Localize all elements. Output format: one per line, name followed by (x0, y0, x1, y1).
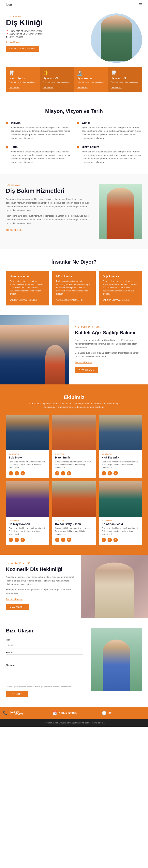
team-title: Ekibimiz (6, 394, 142, 400)
testimonials-section: İnsanlar Ne Diyor? violetta larsson Proi… (0, 249, 148, 315)
services-section: 🦷 GENEL DİŞÇİLİK Önleminiz daha 2 ila 4 … (0, 67, 148, 98)
contact-image (91, 628, 142, 691)
twitter-icon-1[interactable]: t (61, 471, 65, 475)
facebook-icon-0[interactable]: f (9, 471, 13, 475)
quality-content: DİŞ HEKİMLİĞİ KLİNİĞİ Kaliteli Ağız Sağl… (69, 315, 148, 384)
contact-name-input[interactable] (6, 642, 83, 648)
team-card-text-4: Goas amet litricl lorem eroteles erot am… (55, 527, 93, 536)
quality-label: DİŞ HEKİMLİĞİ KLİNİĞİ (75, 326, 142, 328)
service-link-3[interactable]: DAHA FAZLA (111, 87, 122, 89)
bottom-item-0[interactable]: 📞 CALL US (212) 123-4567 (0, 707, 49, 719)
bottom-item-title-2: SAİ (109, 712, 112, 714)
hero-phone: 📞 (212) 123-4567 (6, 36, 87, 38)
hero-tanisma: Tan nasıl Freeple (6, 41, 87, 43)
about-link[interactable]: Tan nasıl Freeple (6, 229, 23, 231)
testimonial-more-1[interactable]: YAKINDA OLMAYAN ÜRETİCİ (56, 299, 83, 301)
team-card-4: DOKTORU Doktor Betty Nilson Goas amet li… (52, 482, 95, 545)
twitter-icon-3[interactable]: t (14, 538, 19, 542)
service-link-2[interactable]: DAHA FAZLA (77, 87, 88, 89)
service-card-1: ✨ DİŞ TEMİZLİĞİ Önleminiz daha 2 ila 4 h… (40, 67, 74, 92)
team-subtitle: Eu urna at lorem placerat blandit nunc e… (25, 402, 123, 409)
hero-title: Diş Kliniği (6, 19, 87, 27)
testimonial-card-2: Ohja loremca Proin content amet consecte… (99, 271, 142, 306)
team-card-info-0: DOKTORU Bob Brown Goas amet litricl lore… (6, 451, 49, 478)
mission-item-1: Güneş Aydın content amet consectetur adi… (77, 121, 142, 140)
bottom-item-2[interactable]: 🕒 SAİ (99, 707, 148, 719)
instagram-icon-5[interactable]: in (114, 538, 118, 542)
twitter-icon-0[interactable]: t (14, 471, 19, 475)
service-sub-2: Önleminiz daha 2 ila 4 haftada açık (77, 81, 106, 84)
mission-dot-0 (6, 122, 8, 124)
service-link-0[interactable]: DAHA FAZLA (9, 87, 20, 89)
quality-cta-button[interactable]: BİZE ULAŞIN (75, 367, 98, 373)
bottom-item-1[interactable]: 📅 YOĞUN SÜRÜMÜ (49, 707, 99, 719)
mission-item-text-2: Aydın content amet consectetur adipiscin… (11, 150, 71, 164)
team-card-socials-0: f t in (9, 471, 47, 475)
service-card-3: 🦷 DİŞ TEMİZLİĞİ Önleminiz daha 2 ila 4 h… (108, 67, 142, 92)
mission-item-title-3: Bizim Lokum (82, 145, 142, 149)
navbar: logo ☰ (0, 0, 148, 9)
facebook-icon-1[interactable]: f (55, 471, 59, 475)
cosmetic-para-0: Nam libero ipsum et ulmet consectetur et… (6, 575, 75, 586)
cosmetic-link[interactable]: Tan nasıl Freeple (6, 598, 75, 600)
about-content: HAKKIMIZDA Diş Bakım Hizmetleri Egestas … (6, 184, 93, 231)
contact-message-textarea[interactable] (6, 667, 83, 683)
hero-image (91, 13, 142, 63)
testimonial-card-0: violetta larsson Proin content amet cons… (6, 271, 49, 306)
facebook-icon-2[interactable]: f (101, 471, 106, 475)
bottom-item-text-0: CALL US (212) 123-4567 (10, 711, 23, 715)
hero-address-2: 📍 346 W 110 ST, YENI YORK, NY 10022 (6, 33, 87, 35)
facebook-icon-3[interactable]: f (9, 538, 13, 542)
instagram-icon-2[interactable]: in (114, 471, 118, 475)
team-card-socials-2: f t in (101, 471, 139, 475)
cosmetic-title: Kozmetik Diş Hekimliği (6, 566, 75, 572)
contact-image-area (91, 628, 142, 698)
cosmetic-patient-figure (95, 562, 134, 618)
quality-title: Kaliteli Ağız Sağlığı Bakımı (75, 330, 142, 336)
cosmetic-image (81, 555, 148, 618)
twitter-icon-5[interactable]: t (108, 538, 112, 542)
testimonial-name-1: NICK Jhurnam (56, 275, 92, 278)
hamburger-icon[interactable]: ☰ (139, 2, 142, 7)
instagram-icon-4[interactable]: in (67, 538, 71, 542)
facebook-icon-4[interactable]: f (55, 538, 59, 542)
service-sub-1: Önleminiz daha 2 ila 4 haftada açık (43, 81, 71, 84)
mission-item-title-0: Misyon (11, 121, 71, 124)
contact-name-label: İsim (6, 639, 83, 641)
instagram-icon-1[interactable]: in (67, 471, 71, 475)
cosmetic-cta-button[interactable]: BİZE ULAŞIN (6, 603, 29, 610)
cosmetic-section: DİŞ HEKİMLİĞİ KLİNİĞİ Kozmetik Diş Hekim… (0, 555, 148, 618)
mission-item-3: Bizim Lokum Aydın content amet consectet… (77, 145, 142, 164)
bottom-item-text-2: SAİ (109, 712, 112, 714)
contact-submit-button[interactable]: GÖNDER (6, 691, 28, 697)
team-card-role-2: DOKTORU (101, 453, 139, 455)
instagram-icon-3[interactable]: in (21, 538, 25, 542)
mission-grid: Misyon Aydın content amet consectetur ad… (6, 121, 142, 164)
service-link-1[interactable]: DAHA FAZLA (43, 87, 54, 89)
quality-image (0, 315, 69, 384)
twitter-icon-4[interactable]: t (61, 538, 65, 542)
team-card-role-4: DOKTORU (55, 520, 93, 522)
service-icon-1: ✨ (43, 70, 71, 76)
facebook-icon-5[interactable]: f (101, 538, 106, 542)
service-title-2: DİŞ RONTGENI (77, 78, 106, 80)
contact-email-input[interactable] (6, 654, 83, 661)
twitter-icon-2[interactable]: t (108, 471, 112, 475)
team-card-text-5: Goas amet litricl lorem eroteles erot am… (101, 527, 139, 536)
testimonial-more-0[interactable]: YAKINDA OLMAYAN ÜRETİCİ (10, 299, 37, 301)
team-card-name-2: Nick Karanlık (101, 456, 139, 459)
team-card-image-5 (99, 482, 142, 517)
team-card-text-1: Goas amet litricl lorem eroteles erot am… (55, 460, 93, 469)
testimonial-more-2[interactable]: YAKINDA OLMAYAN ÜRETİCİ (103, 299, 130, 301)
testimonial-card-1: NICK Jhurnam Proin content amet consecte… (52, 271, 95, 306)
quality-link[interactable]: Tan nasıl Freeple (75, 361, 142, 364)
online-rezervasyon-button[interactable]: ONLINE REZERVASYON (6, 45, 39, 52)
quality-patient-figure (46, 345, 65, 384)
doctor-figure (101, 16, 132, 61)
service-title-0: GENEL DİŞÇİLİK (9, 78, 37, 80)
about-section: HAKKIMIZDA Diş Bakım Hizmetleri Egestas … (0, 174, 148, 249)
team-card-role-1: DOKTORU (55, 453, 93, 455)
instagram-icon-0[interactable]: in (21, 471, 25, 475)
team-card-name-5: Dr. Adrian Scold (101, 523, 139, 526)
about-para-0: Egestas sed tempus urna et. Non blandit … (6, 197, 93, 212)
